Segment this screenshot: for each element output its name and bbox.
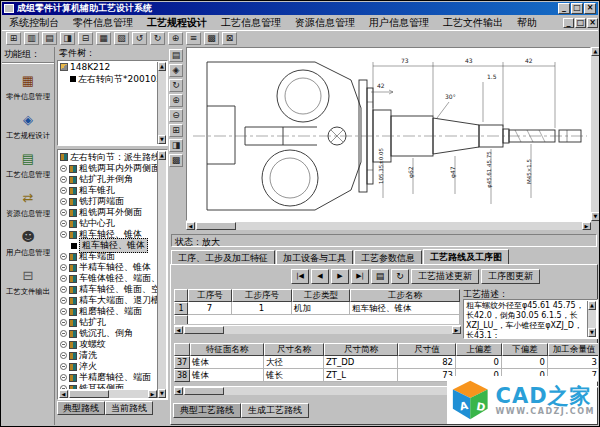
part-tree-scrollbar[interactable]: ▲ ▼ [157,62,166,144]
func-user-info[interactable]: ☻ 用户信息管理 [2,228,54,258]
mdi-minimize-button[interactable]: _ [563,18,574,28]
tab-process-params[interactable]: 工艺参数信息 [354,250,422,265]
part-tree-item[interactable]: 左右转向节*200102 [58,73,167,85]
scroll-up-icon[interactable]: ▲ [158,62,166,71]
scroll-up-icon[interactable]: ▲ [158,151,166,160]
save-icon[interactable]: ▤ [42,32,57,45]
route-step[interactable]: 铣沉孔、倒角 [59,328,157,339]
cell-dim-abbr[interactable]: ZT_L [324,369,398,382]
expander-icon[interactable] [60,341,67,348]
pan-icon[interactable]: ◨ [169,139,183,152]
route-step[interactable]: 粗磨轴径、端面 [59,306,157,317]
scroll-thumb[interactable] [69,390,109,398]
copy-icon[interactable]: ▧ [114,32,129,45]
redo-icon[interactable]: ↻ [150,32,165,45]
expander-icon[interactable] [60,319,67,326]
scroll-thumb[interactable] [184,326,224,334]
process-desc-box[interactable]: 粗车螺纹外径至φ45.61 45.75，长42.0，倒角30.05 6.1.5，… [463,299,598,339]
print-icon[interactable]: ◨ [60,32,75,45]
export-icon[interactable]: ▩ [169,154,183,167]
cell-face[interactable]: 锥体 [190,369,264,382]
close-button[interactable]: × [584,3,596,14]
route-tree-hscrollbar[interactable]: ◀ ▶ [59,389,157,398]
scroll-down-icon[interactable]: ▼ [158,389,166,398]
func-resource-info[interactable]: ⇄ 资源信息管理 [2,189,54,219]
col-lower-dev[interactable]: 下偏差 [502,343,548,356]
col-dim-name[interactable]: 尺寸名称 [264,343,324,356]
refresh-record-icon[interactable]: ↻ [391,269,409,284]
expander-icon[interactable] [60,231,67,238]
exit-icon[interactable]: ⊠ [222,32,237,45]
menu-part-info[interactable]: 零件信息管理 [66,16,140,30]
cell-dim-name[interactable]: 锥长 [264,369,324,382]
cell-stepname[interactable]: 粗车轴径、锥体 [350,302,460,315]
prev-record-button[interactable]: ◀ [311,269,329,284]
expander-icon[interactable] [60,352,67,359]
col-dim-abbr[interactable]: 尺寸简称 [324,343,398,356]
mdi-restore-button[interactable]: □ [575,18,586,28]
col-stepno[interactable]: 工步序号 [232,289,292,302]
menu-help[interactable]: 帮助 [510,16,544,30]
next-record-button[interactable]: ▶ [331,269,349,284]
scroll-right-icon[interactable]: ▶ [148,390,157,398]
update-description-button[interactable]: 工艺描述更新 [411,269,479,284]
maximize-button[interactable]: □ [571,3,583,14]
scroll-down-icon[interactable]: ▼ [158,135,166,144]
drawing-vscrollbar[interactable]: ▲ ▼ [591,47,600,221]
drawing-canvas[interactable]: 73 43 42 42 30° 1.5 105.35±0.05 φ62 φ47 … [186,47,591,221]
menu-process-design[interactable]: 工艺规程设计 [140,16,214,30]
tab-typical-process-route[interactable]: 典型工艺路线 [173,403,241,418]
first-record-button[interactable]: |◀ [291,269,309,284]
scroll-left-icon[interactable]: ◀ [174,326,183,334]
expander-icon[interactable] [60,176,67,183]
step-table-row[interactable]: 1 7 1 机加 粗车轴径、锥体 [174,302,461,315]
tab-generated-process-route[interactable]: 生成工艺路线 [241,403,309,418]
cell-allowance[interactable]: 3 [548,356,598,369]
cell-opno[interactable]: 7 [188,302,232,315]
flag-icon[interactable]: ◈ [169,64,183,77]
part-tree-root[interactable]: 148K212 [58,61,167,73]
route-tree-scrollbar[interactable]: ▲ ▼ [157,151,166,398]
step-table-hscrollbar[interactable]: ◀ ▶ [174,325,461,334]
mdi-close-button[interactable]: × [587,18,598,28]
col-face[interactable]: 特征面名称 [190,343,264,356]
cell-dim-abbr[interactable]: ZT_DD [324,356,398,369]
tab-steps-features[interactable]: 工序、工步及加工特征 [171,250,275,265]
cell-lower-dev[interactable]: 0 [502,356,548,369]
undo-icon[interactable]: ↺ [132,32,147,45]
col-dim-value[interactable]: 尺寸值 [398,343,456,356]
preview-icon[interactable]: ⊟ [78,32,93,45]
search-icon[interactable]: ⊕ [168,32,183,45]
cell-dim-value[interactable]: 82 [398,356,456,369]
expander-icon[interactable] [60,253,67,260]
menu-file-output[interactable]: 工艺文件输出 [436,16,510,30]
list-icon[interactable]: ≡ [186,32,201,45]
col-opno[interactable]: 工序号 [188,289,232,302]
col-allowance[interactable]: 加工余量值 [548,343,598,356]
cell-dim-name[interactable]: 大径 [264,356,324,369]
dim-table-row[interactable]: 37 锥体 大径 ZT_DD 82 0 0 3 [174,356,598,369]
sheet-icon[interactable]: ▤ [371,269,389,284]
route-step[interactable]: 攻螺纹 [59,339,157,350]
func-process-design[interactable]: ◈ 工艺规程设计 [2,111,54,141]
expander-icon[interactable] [60,187,67,194]
scroll-right-icon[interactable]: ▶ [582,222,591,230]
scroll-right-icon[interactable]: ▶ [452,326,461,334]
scroll-up-icon[interactable]: ▲ [591,47,600,56]
fit-view-icon[interactable]: ⊞ [169,124,183,137]
row-selector[interactable]: 38 [174,369,190,382]
scroll-left-icon[interactable]: ◀ [59,390,68,398]
new-icon[interactable]: ⊞ [6,32,21,45]
func-file-output[interactable]: ⊟ 工艺文件输出 [2,267,54,297]
func-process-info[interactable]: ▤ 工艺信息管理 [2,150,54,180]
col-upper-dev[interactable]: 上偏差 [456,343,502,356]
expander-icon[interactable] [60,264,67,271]
menu-system-console[interactable]: 系统控制台 [2,16,66,30]
database-icon[interactable]: ▩ [204,32,219,45]
expander-icon[interactable] [60,363,67,370]
expander-icon[interactable] [60,374,67,381]
menu-user-info[interactable]: 用户信息管理 [362,16,436,30]
expander-icon[interactable] [60,275,67,282]
expander-icon[interactable] [60,308,67,315]
scroll-up-icon[interactable]: ▲ [588,301,596,310]
